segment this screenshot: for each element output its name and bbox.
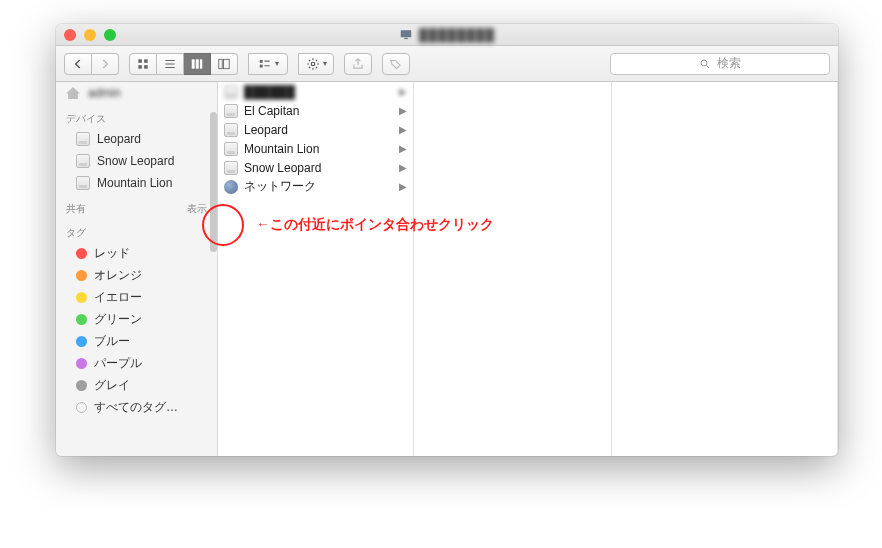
tag-color-icon xyxy=(76,336,87,347)
tag-icon xyxy=(389,57,403,71)
tag-color-icon xyxy=(76,358,87,369)
zoom-icon[interactable] xyxy=(104,29,116,41)
share-icon xyxy=(351,57,365,71)
network-icon xyxy=(224,180,238,194)
list-item[interactable]: Snow Leopard▶ xyxy=(218,158,413,177)
sidebar-item-tag[interactable]: パープル xyxy=(56,352,217,374)
window-title: ████████ xyxy=(399,28,495,42)
nav-buttons xyxy=(64,53,119,75)
gallery-icon xyxy=(217,57,231,71)
columns-icon xyxy=(190,57,204,71)
arrange-icon xyxy=(258,57,272,71)
chevron-right-icon xyxy=(98,57,112,71)
svg-rect-10 xyxy=(223,59,229,68)
sidebar-item-device[interactable]: Mountain Lion xyxy=(56,172,217,194)
sidebar-header-devices: デバイス xyxy=(56,104,217,128)
toolbar: ▾ ▾ 検索 xyxy=(56,46,838,82)
view-icon-button[interactable] xyxy=(129,53,157,75)
search-input[interactable]: 検索 xyxy=(610,53,830,75)
svg-rect-9 xyxy=(219,59,223,68)
finder-window: ████████ ▾ ▾ 検索 xyxy=(56,24,838,456)
svg-rect-1 xyxy=(404,37,408,38)
column-2 xyxy=(414,82,612,456)
sidebar-header-tags: タグ xyxy=(56,218,217,242)
disk-icon xyxy=(76,132,90,146)
search-placeholder: 検索 xyxy=(717,55,741,72)
arrange-group: ▾ xyxy=(248,53,288,75)
window-controls xyxy=(64,29,116,41)
sidebar-item-tag[interactable]: オレンジ xyxy=(56,264,217,286)
tag-color-icon xyxy=(76,380,87,391)
arrange-button[interactable]: ▾ xyxy=(248,53,288,75)
sidebar-item-tag[interactable]: イエロー xyxy=(56,286,217,308)
svg-rect-11 xyxy=(259,59,262,62)
home-icon xyxy=(66,87,80,99)
column-1: ██████▶ El Capitan▶ Leopard▶ Mountain Li… xyxy=(218,82,414,456)
sidebar-item-device[interactable]: Leopard xyxy=(56,128,217,150)
titlebar[interactable]: ████████ xyxy=(56,24,838,46)
content-area: admin デバイス Leopard Snow Leopard Mountain… xyxy=(56,82,838,456)
svg-rect-0 xyxy=(401,30,412,37)
search-icon xyxy=(699,58,711,70)
column-3 xyxy=(612,82,838,456)
disk-icon xyxy=(224,142,238,156)
list-item[interactable]: Leopard▶ xyxy=(218,120,413,139)
list-item[interactable]: ██████▶ xyxy=(218,82,413,101)
arrow-icon: ▶ xyxy=(399,124,407,135)
sidebar-header-shared[interactable]: 共有表示 xyxy=(56,194,217,218)
svg-rect-7 xyxy=(196,59,199,68)
list-item[interactable]: El Capitan▶ xyxy=(218,101,413,120)
svg-rect-6 xyxy=(192,59,195,68)
tags-button[interactable] xyxy=(382,53,410,75)
svg-point-13 xyxy=(311,62,315,66)
arrow-icon: ▶ xyxy=(399,86,407,97)
view-list-button[interactable] xyxy=(157,53,184,75)
minimize-icon[interactable] xyxy=(84,29,96,41)
svg-rect-5 xyxy=(144,65,148,69)
disk-icon xyxy=(224,104,238,118)
arrow-icon: ▶ xyxy=(399,105,407,116)
sidebar-item-tag[interactable]: ブルー xyxy=(56,330,217,352)
sidebar-item-tag[interactable]: レッド xyxy=(56,242,217,264)
list-item[interactable]: Mountain Lion▶ xyxy=(218,139,413,158)
view-column-button[interactable] xyxy=(184,53,211,75)
sidebar-item-tag[interactable]: グリーン xyxy=(56,308,217,330)
svg-rect-4 xyxy=(138,65,142,69)
grid-icon xyxy=(136,57,150,71)
tag-color-icon xyxy=(76,270,87,281)
disk-icon xyxy=(76,176,90,190)
svg-rect-3 xyxy=(144,59,148,63)
sidebar-item-tag[interactable]: グレイ xyxy=(56,374,217,396)
all-tags-icon xyxy=(76,402,87,413)
disk-icon xyxy=(224,85,238,99)
chevron-left-icon xyxy=(71,57,85,71)
back-button[interactable] xyxy=(64,53,92,75)
list-item[interactable]: ネットワーク▶ xyxy=(218,177,413,196)
sidebar: admin デバイス Leopard Snow Leopard Mountain… xyxy=(56,82,218,456)
close-icon[interactable] xyxy=(64,29,76,41)
arrow-icon: ▶ xyxy=(399,181,407,192)
list-icon xyxy=(163,57,177,71)
view-buttons xyxy=(129,53,238,75)
svg-point-14 xyxy=(701,60,707,66)
sidebar-item-home[interactable]: admin xyxy=(56,82,217,104)
forward-button[interactable] xyxy=(92,53,119,75)
arrow-icon: ▶ xyxy=(399,162,407,173)
sidebar-item-all-tags[interactable]: すべてのタグ… xyxy=(56,396,217,418)
action-button[interactable]: ▾ xyxy=(298,53,334,75)
tag-color-icon xyxy=(76,314,87,325)
svg-rect-12 xyxy=(259,64,262,67)
sidebar-scrollbar[interactable] xyxy=(210,112,217,252)
disk-icon xyxy=(224,123,238,137)
tag-color-icon xyxy=(76,292,87,303)
sidebar-item-device[interactable]: Snow Leopard xyxy=(56,150,217,172)
sidebar-show-button[interactable]: 表示 xyxy=(187,202,207,216)
monitor-icon xyxy=(399,28,413,42)
view-gallery-button[interactable] xyxy=(211,53,238,75)
svg-rect-2 xyxy=(138,59,142,63)
disk-icon xyxy=(224,161,238,175)
share-button[interactable] xyxy=(344,53,372,75)
disk-icon xyxy=(76,154,90,168)
action-group: ▾ xyxy=(298,53,334,75)
gear-icon xyxy=(306,57,320,71)
